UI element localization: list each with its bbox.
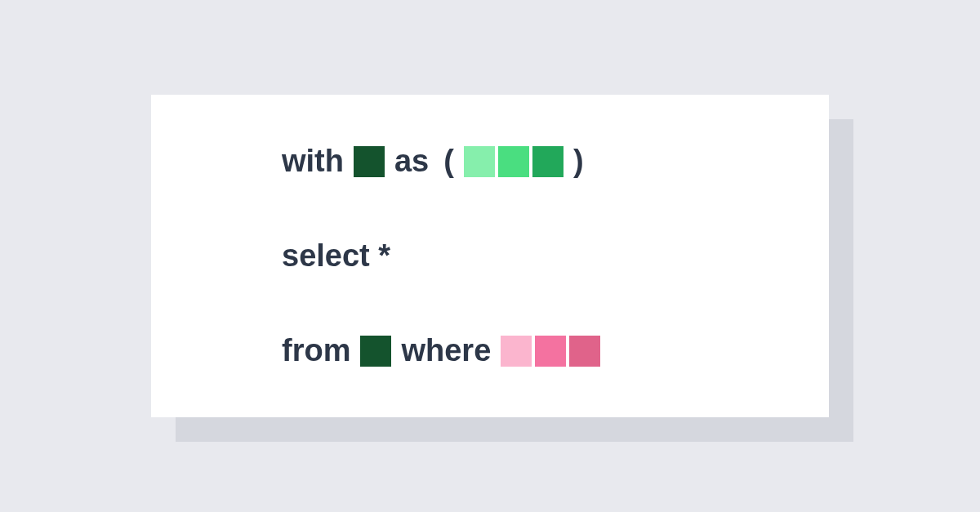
close-paren: ) — [573, 144, 584, 179]
where-token-icon — [535, 336, 566, 367]
open-paren: ( — [443, 144, 454, 179]
card-body: with as ( ) select * from where — [151, 95, 829, 417]
where-token-icon — [569, 336, 600, 367]
keyword-with: with — [282, 144, 344, 179]
keyword-where: where — [401, 333, 491, 368]
cte-body-placeholder-group — [464, 146, 564, 177]
keyword-select-star: select * — [282, 238, 390, 274]
sql-line-from-where: from where — [282, 333, 772, 368]
where-clause-placeholder-group — [501, 336, 600, 367]
cte-token-icon — [532, 146, 564, 177]
where-token-icon — [501, 336, 532, 367]
cte-name-placeholder-icon — [354, 146, 385, 177]
cte-token-icon — [498, 146, 529, 177]
code-diagram-card: with as ( ) select * from where — [151, 95, 829, 417]
sql-line-select: select * — [282, 238, 772, 274]
keyword-from: from — [282, 333, 350, 368]
keyword-as: as — [394, 144, 429, 179]
cte-token-icon — [464, 146, 495, 177]
sql-line-with: with as ( ) — [282, 144, 772, 179]
table-name-placeholder-icon — [360, 336, 391, 367]
